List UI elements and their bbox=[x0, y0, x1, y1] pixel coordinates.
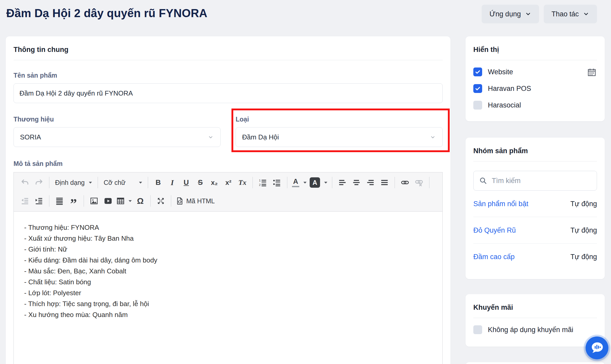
channel-label: Website bbox=[488, 68, 513, 76]
check-icon bbox=[475, 69, 481, 75]
divider bbox=[14, 60, 443, 60]
bullet-list-icon bbox=[273, 179, 281, 186]
channel-row-pos: Haravan POS bbox=[473, 84, 597, 93]
bg-color-icon: A bbox=[310, 177, 320, 188]
description-line: - Giới tính: Nữ bbox=[24, 244, 432, 255]
ordered-list-button[interactable]: 12 bbox=[256, 176, 270, 190]
actions-button-label: Thao tác bbox=[552, 10, 579, 18]
toolbar-separator bbox=[253, 177, 253, 188]
promotion-panel: Khuyến mãi Không áp dụng khuyến mãi bbox=[466, 294, 605, 347]
remove-link-button[interactable] bbox=[412, 176, 426, 190]
chat-icon bbox=[589, 340, 605, 356]
type-select[interactable]: Đầm Dạ Hội bbox=[236, 127, 443, 147]
bullet-list-button[interactable] bbox=[270, 176, 284, 190]
search-icon bbox=[479, 177, 487, 185]
collection-type: Tự động bbox=[570, 200, 597, 208]
html-code-button[interactable]: Mã HTML bbox=[174, 194, 216, 208]
table-icon bbox=[117, 197, 124, 205]
insert-video-button[interactable] bbox=[101, 194, 115, 208]
maximize-button[interactable] bbox=[154, 194, 168, 208]
apps-button[interactable]: Ứng dụng bbox=[482, 5, 539, 23]
description-line: - Thương hiệu: FYNORA bbox=[24, 222, 432, 233]
product-name-input[interactable] bbox=[14, 83, 443, 103]
website-checkbox[interactable] bbox=[473, 68, 482, 76]
line-spacing-button[interactable] bbox=[52, 194, 67, 208]
rich-text-editor: Định dạng Cỡ chữ B I U S x₂ x² Tx 12 bbox=[14, 172, 443, 364]
calendar-icon[interactable] bbox=[587, 68, 596, 77]
channel-row-harasocial: Harasocial bbox=[473, 101, 597, 110]
align-right-button[interactable] bbox=[363, 176, 377, 190]
html-code-icon bbox=[176, 197, 184, 205]
divider bbox=[473, 161, 597, 161]
check-icon bbox=[475, 85, 481, 92]
redo-icon bbox=[35, 179, 43, 186]
haravan-pos-checkbox[interactable] bbox=[473, 84, 482, 93]
toolbar-separator bbox=[150, 195, 151, 207]
undo-button[interactable] bbox=[18, 176, 32, 190]
align-left-button[interactable] bbox=[335, 176, 349, 190]
promotion-row: Không áp dụng khuyến mãi bbox=[473, 325, 597, 334]
format-dropdown-label: Định dạng bbox=[55, 179, 85, 186]
ordered-list-icon: 12 bbox=[259, 179, 267, 186]
caret-down-icon bbox=[129, 200, 132, 202]
outdent-button[interactable] bbox=[18, 194, 32, 208]
collection-link[interactable]: Đỏ Quyến Rũ bbox=[473, 226, 516, 234]
promotion-title: Khuyến mãi bbox=[473, 294, 597, 312]
channel-row-website: Website bbox=[473, 68, 597, 76]
font-size-dropdown[interactable]: Cỡ chữ bbox=[101, 176, 145, 190]
description-line: - Lớp lót: Polyester bbox=[24, 287, 432, 298]
special-char-button[interactable]: Ω bbox=[133, 194, 147, 208]
background-color-button[interactable]: A bbox=[308, 176, 329, 190]
html-code-label: Mã HTML bbox=[186, 197, 215, 205]
harasocial-checkbox[interactable] bbox=[473, 101, 482, 110]
collection-link[interactable]: Đầm cao cấp bbox=[473, 253, 515, 261]
divider bbox=[473, 318, 597, 318]
actions-button[interactable]: Thao tác bbox=[544, 5, 597, 23]
caret-down-icon bbox=[139, 182, 142, 184]
description-line: - Xu hướng theo mùa: Quanh năm bbox=[24, 309, 432, 320]
insert-image-button[interactable] bbox=[87, 194, 101, 208]
toolbar-separator bbox=[332, 177, 332, 188]
bold-button[interactable]: B bbox=[151, 176, 165, 190]
superscript-button[interactable]: x² bbox=[221, 176, 235, 190]
remove-format-button[interactable]: Tx bbox=[235, 176, 249, 190]
editor-content-area[interactable]: - Thương hiệu: FYNORA - Xuất xứ thương h… bbox=[14, 211, 442, 364]
collection-link[interactable]: Sản phẩm nổi bật bbox=[473, 200, 528, 208]
insert-table-button[interactable] bbox=[115, 194, 133, 208]
outdent-icon bbox=[21, 197, 29, 205]
redo-button[interactable] bbox=[32, 176, 46, 190]
no-promotion-checkbox[interactable] bbox=[473, 325, 482, 334]
toolbar-separator bbox=[148, 177, 148, 188]
italic-button[interactable]: I bbox=[165, 176, 179, 190]
channel-label: Haravan POS bbox=[488, 85, 531, 93]
toolbar-separator bbox=[287, 177, 287, 188]
insert-link-button[interactable] bbox=[398, 176, 412, 190]
toolbar-separator bbox=[98, 177, 98, 188]
subscript-button[interactable]: x₂ bbox=[207, 176, 221, 190]
collections-search-input[interactable] bbox=[492, 177, 591, 185]
indent-button[interactable] bbox=[32, 194, 46, 208]
strikethrough-button[interactable]: S bbox=[193, 176, 207, 190]
chat-support-button[interactable] bbox=[586, 336, 608, 359]
brand-label: Thương hiệu bbox=[14, 116, 221, 123]
toolbar-row-1: Định dạng Cỡ chữ B I U S x₂ x² Tx 12 bbox=[18, 173, 438, 192]
underline-button[interactable]: U bbox=[179, 176, 193, 190]
brand-select[interactable]: SORIA bbox=[14, 127, 221, 147]
description-line: - Thích hợp: Tiệc sang trọng, đi bar, lễ… bbox=[24, 298, 432, 309]
justify-button[interactable] bbox=[377, 176, 391, 190]
editor-toolbar: Định dạng Cỡ chữ B I U S x₂ x² Tx 12 bbox=[14, 172, 442, 211]
text-color-button[interactable]: A bbox=[290, 176, 308, 190]
indent-icon bbox=[35, 197, 43, 205]
maximize-icon bbox=[157, 197, 165, 205]
font-size-dropdown-label: Cỡ chữ bbox=[104, 179, 126, 186]
caret-down-icon bbox=[303, 182, 307, 184]
collections-title: Nhóm sản phẩm bbox=[473, 138, 597, 155]
collection-row: Đỏ Quyến Rũ Tự động bbox=[473, 217, 597, 244]
caret-down-icon bbox=[89, 182, 92, 184]
blockquote-button[interactable]: ” bbox=[67, 194, 81, 208]
description-line: - Xuất xứ thương hiệu: Tây Ban Nha bbox=[24, 233, 432, 244]
format-dropdown[interactable]: Định dạng bbox=[52, 176, 95, 190]
align-center-button[interactable] bbox=[349, 176, 363, 190]
collection-row: Sản phẩm nổi bật Tự động bbox=[473, 191, 597, 217]
general-info-card: Thông tin chung Tên sản phẩm Thương hiệu… bbox=[6, 36, 450, 364]
